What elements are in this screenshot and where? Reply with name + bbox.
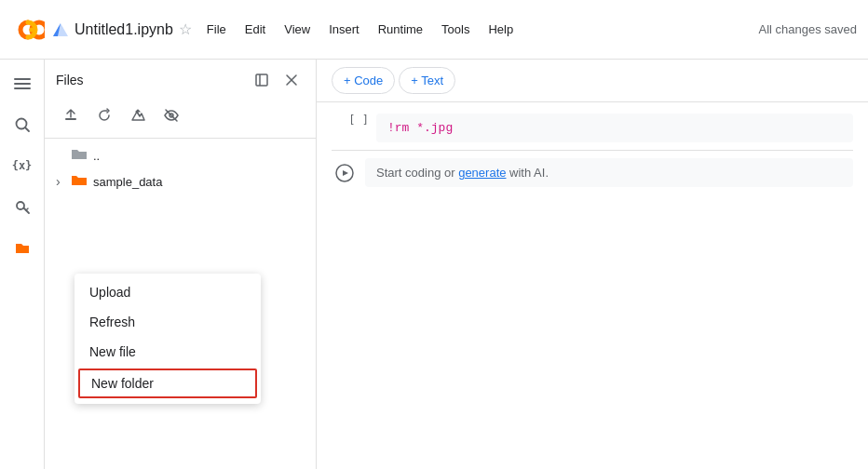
svg-point-6: [16, 119, 26, 129]
folder-icon-sample: [71, 172, 88, 191]
menu-help[interactable]: Help: [481, 19, 521, 40]
svg-rect-4: [14, 83, 31, 85]
sidebar: {x} Files: [0, 60, 317, 469]
ctx-refresh[interactable]: Refresh: [75, 307, 261, 337]
files-close-btn[interactable]: [278, 67, 305, 93]
ai-prompt-cell: Start coding or generate with AI.: [317, 151, 868, 194]
tree-item-label-sample: sample_data: [93, 175, 162, 189]
files-panel: Files: [45, 60, 316, 469]
drive-icon: [52, 21, 69, 38]
svg-point-0: [11, 13, 45, 47]
ctx-new-folder[interactable]: New folder: [78, 368, 257, 398]
tree-item-sample-data[interactable]: › sample_data: [45, 168, 316, 194]
upload-btn[interactable]: [56, 100, 86, 130]
svg-rect-5: [14, 87, 31, 89]
ctx-upload[interactable]: Upload: [75, 277, 261, 307]
code-cell-1: [ ] !rm *.jpg: [317, 110, 868, 146]
cell-indicator: [ ]: [332, 114, 376, 127]
files-expand-btn[interactable]: [249, 67, 275, 93]
refresh-btn[interactable]: [89, 100, 119, 130]
ai-prompt-prefix: Start coding or: [376, 166, 458, 180]
ai-prompt-text[interactable]: Start coding or generate with AI.: [365, 158, 853, 187]
topbar: Untitled1.ipynb ☆ File Edit View Insert …: [0, 0, 868, 60]
tree-item-parent[interactable]: ..: [45, 142, 316, 168]
ai-play-btn[interactable]: [332, 160, 358, 186]
sidebar-icon-strip: {x}: [0, 60, 45, 469]
eye-off-btn[interactable]: [156, 100, 186, 130]
add-code-btn[interactable]: + Code: [332, 67, 395, 94]
menu-runtime[interactable]: Runtime: [371, 19, 430, 40]
files-title: Files: [56, 73, 84, 87]
notebook-area: [ ] !rm *.jpg Start coding or generate w…: [317, 102, 868, 469]
svg-line-7: [25, 128, 29, 132]
context-menu: Upload Refresh New file New folder: [75, 274, 261, 404]
ai-prompt-suffix: with AI.: [506, 166, 549, 180]
star-icon[interactable]: ☆: [179, 20, 192, 38]
svg-line-10: [26, 208, 28, 210]
sidebar-code-btn[interactable]: {x}: [6, 149, 39, 182]
upload-gdrive-btn[interactable]: [123, 100, 153, 130]
menu-edit[interactable]: Edit: [237, 19, 273, 40]
tree-item-label-parent: ..: [93, 149, 100, 163]
ctx-new-file[interactable]: New file: [75, 337, 261, 367]
svg-rect-3: [14, 78, 31, 80]
main-layout: {x} Files: [0, 60, 868, 469]
sidebar-hamburger-btn[interactable]: [6, 67, 39, 100]
sidebar-key-btn[interactable]: [6, 190, 39, 223]
svg-rect-11: [256, 74, 267, 86]
files-header: Files: [45, 60, 316, 97]
menu-tools[interactable]: Tools: [434, 19, 477, 40]
ai-generate-link[interactable]: generate: [458, 166, 506, 180]
file-info: Untitled1.ipynb ☆: [52, 20, 192, 38]
sidebar-search-btn[interactable]: [6, 108, 39, 141]
cell-content-code[interactable]: !rm *.jpg: [376, 114, 853, 142]
menu-file[interactable]: File: [199, 19, 234, 40]
files-toolbar: [45, 97, 316, 139]
files-header-actions: [249, 67, 305, 93]
sidebar-folder-btn[interactable]: [6, 231, 39, 264]
save-status: All changes saved: [758, 22, 857, 36]
menu-view[interactable]: View: [277, 19, 318, 40]
filename: Untitled1.ipynb: [75, 21, 173, 38]
add-text-btn[interactable]: + Text: [399, 67, 455, 94]
svg-marker-19: [343, 170, 348, 176]
content-area: + Code + Text [ ] !rm *.jpg: [317, 60, 868, 469]
menubar: File Edit View Insert Runtime Tools Help: [199, 19, 521, 40]
folder-icon-parent: [71, 146, 88, 165]
svg-rect-15: [65, 118, 76, 120]
menu-insert[interactable]: Insert: [321, 19, 367, 40]
tree-arrow-sample: ›: [56, 174, 71, 189]
colab-logo: [11, 13, 45, 47]
content-toolbar: + Code + Text: [317, 60, 868, 102]
